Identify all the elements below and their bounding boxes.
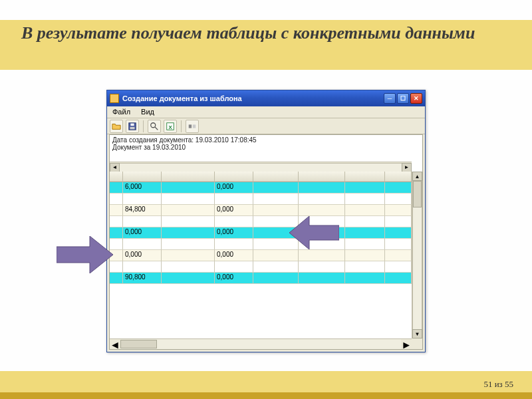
table-cell	[299, 205, 345, 216]
svg-text:X: X	[168, 124, 172, 130]
scroll-thumb[interactable]	[120, 340, 157, 348]
scroll-left-icon[interactable]: ◄	[110, 339, 120, 349]
table-cell	[162, 194, 215, 205]
table-cell	[253, 182, 299, 194]
toolbar: X	[107, 118, 425, 134]
table-cell	[110, 194, 123, 205]
grid-wrap: 6,0000,00084,8000,0000,0000,0000,0000,00…	[110, 172, 422, 338]
table-cell: 6,000	[123, 182, 162, 194]
table-cell	[299, 261, 345, 273]
zoom-button[interactable]	[148, 120, 161, 133]
close-button[interactable]: ✕	[410, 93, 422, 104]
excel-button[interactable]: X	[164, 120, 177, 133]
grid-header	[110, 172, 412, 182]
open-button[interactable]	[110, 120, 123, 133]
doc-created-line: Дата создания документа: 19.03.2010 17:0…	[112, 136, 420, 144]
table-cell: 0,000	[215, 182, 253, 194]
table-row[interactable]: 0,0000,000	[110, 227, 412, 239]
table-cell	[162, 227, 215, 239]
scroll-down-icon[interactable]: ▼	[412, 329, 422, 338]
table-cell	[215, 239, 253, 250]
table-cell	[299, 250, 345, 261]
svg-point-3	[151, 122, 156, 127]
table-cell	[162, 182, 215, 194]
table-cell: 0,000	[215, 205, 253, 216]
table-cell	[385, 205, 412, 216]
table-cell	[123, 216, 162, 227]
scroll-track[interactable]	[120, 163, 402, 172]
table-cell	[110, 182, 123, 194]
scroll-thumb[interactable]	[413, 181, 422, 207]
table-row[interactable]	[110, 239, 412, 250]
toggle-button[interactable]	[186, 120, 199, 133]
menu-file[interactable]: Файл	[107, 106, 136, 118]
scrollbar-vertical[interactable]: ▲ ▼	[412, 172, 422, 338]
table-row[interactable]: 0,0000,000	[110, 250, 412, 261]
svg-rect-7	[189, 124, 192, 128]
window-title: Создание документа из шаблона	[122, 94, 242, 102]
menu-view[interactable]: Вид	[136, 106, 160, 118]
svg-line-4	[155, 126, 158, 129]
floppy-icon	[128, 122, 137, 131]
table-cell: 0,000	[123, 250, 162, 261]
scroll-right-icon[interactable]: ►	[402, 163, 412, 172]
footer-edge	[0, 392, 532, 399]
table-cell	[345, 205, 385, 216]
scroll-left-icon[interactable]: ◄	[110, 163, 120, 172]
minimize-button[interactable]: ─	[384, 93, 396, 104]
separator	[143, 120, 144, 132]
table-cell	[123, 194, 162, 205]
scroll-corner	[412, 338, 422, 349]
table-row[interactable]	[110, 261, 412, 273]
data-grid[interactable]: 6,0000,00084,8000,0000,0000,0000,0000,00…	[110, 172, 412, 338]
scroll-track[interactable]	[120, 339, 401, 349]
svg-rect-1	[130, 123, 134, 126]
page-indicator: 51 из 55	[483, 379, 513, 390]
scroll-up-icon[interactable]: ▲	[412, 172, 422, 181]
save-button[interactable]	[126, 120, 139, 133]
table-cell	[123, 261, 162, 273]
scrollbar-horizontal-top[interactable]: ◄ ►	[110, 162, 412, 172]
table-cell	[162, 205, 215, 216]
table-cell	[385, 216, 412, 227]
maximize-button[interactable]: ☐	[397, 93, 409, 104]
table-row[interactable]: 90,8000,000	[110, 273, 412, 284]
separator	[181, 120, 182, 132]
scrollbar-horizontal-bottom[interactable]: ◄ ►	[110, 338, 412, 349]
table-cell	[215, 216, 253, 227]
table-cell	[345, 239, 385, 250]
table-cell	[215, 194, 253, 205]
footer-band	[0, 371, 532, 392]
table-cell	[253, 273, 299, 284]
app-window: Создание документа из шаблона ─ ☐ ✕ Файл…	[106, 90, 426, 352]
table-cell: 0,000	[215, 227, 253, 239]
table-cell	[162, 250, 215, 261]
open-folder-icon	[112, 122, 121, 131]
table-cell	[253, 205, 299, 216]
table-cell: 84,800	[123, 205, 162, 216]
table-row[interactable]	[110, 216, 412, 227]
table-cell	[345, 216, 385, 227]
scroll-track[interactable]	[412, 181, 422, 329]
window-titlebar[interactable]: Создание документа из шаблона ─ ☐ ✕	[107, 90, 425, 106]
table-cell	[110, 216, 123, 227]
table-cell	[345, 182, 385, 194]
table-cell	[299, 194, 345, 205]
table-cell	[215, 261, 253, 273]
table-cell	[253, 250, 299, 261]
app-icon	[110, 94, 119, 103]
table-row[interactable]: 6,0000,000	[110, 182, 412, 194]
svg-rect-8	[193, 124, 196, 128]
menu-bar: Файл Вид	[107, 106, 425, 118]
table-cell	[385, 250, 412, 261]
table-cell	[299, 273, 345, 284]
callout-arrow-left	[289, 216, 339, 249]
doc-date-line: Документ за 19.03.2010	[112, 144, 420, 151]
scroll-right-icon[interactable]: ►	[401, 339, 412, 349]
table-cell	[253, 194, 299, 205]
table-row[interactable]: 84,8000,000	[110, 205, 412, 216]
content-pane: Дата создания документа: 19.03.2010 17:0…	[109, 134, 423, 350]
excel-icon: X	[166, 122, 175, 131]
table-cell: 90,800	[123, 273, 162, 284]
table-row[interactable]	[110, 194, 412, 205]
